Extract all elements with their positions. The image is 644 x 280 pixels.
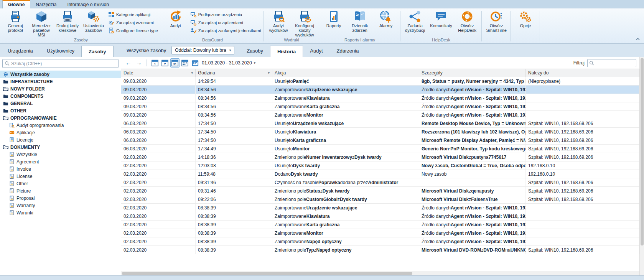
ribbon-button-configure-license-type[interactable]: Configure license type — [108, 28, 158, 34]
ribbon-button-raporty[interactable]: Raporty — [321, 9, 347, 37]
tree-item-audyt-oprogramowania[interactable]: Audyt oprogramowania — [0, 122, 121, 129]
subtab-audyt[interactable]: Audyt — [303, 45, 329, 57]
table-row[interactable]: 09.03.202008:34:56Zaimportowane Karta gr… — [121, 102, 639, 111]
column-header-nale-y-do[interactable]: Należy do — [526, 69, 639, 77]
cell-details — [419, 178, 526, 186]
tree-item-dokumenty[interactable]: DOKUMENTY — [0, 143, 121, 151]
vertical-scrollbar-thumb[interactable] — [641, 58, 644, 245]
doc-icon — [9, 188, 15, 194]
ribbon-button-otw-rz-helpdesk[interactable]: Otwórz HelpDesk — [454, 9, 480, 37]
tree-item-picture[interactable]: Picture — [0, 187, 121, 194]
ribbon-button-zarz-dzaj-zaufanymi-jednostkami[interactable]: Zarządzaj zaufanymi jednostkami — [190, 28, 261, 34]
tree-item-wszystkie[interactable]: Wszystkie — [0, 151, 121, 158]
date-range-chevron-down-icon[interactable]: ▾ — [254, 61, 256, 65]
vertical-scrollbar[interactable] — [639, 57, 644, 275]
tree-item-licencje[interactable]: Licencje — [0, 136, 121, 143]
ribbon-tab-narz-dzia[interactable]: Narzędzia — [30, 1, 62, 8]
table-row[interactable]: 02.03.202008:38:39Zmieniono pole Typ z N… — [121, 246, 639, 254]
table-row[interactable]: 02.03.202008:38:39Zaimportowane Karta gr… — [121, 221, 639, 229]
tree-item-proposal[interactable]: Proposal — [0, 194, 121, 202]
ribbon-tab-g-wne[interactable]: Główne — [2, 0, 30, 8]
tab-urz-dzenia[interactable]: Urządzenia — [1, 45, 40, 57]
tree-item-oprogramowanie[interactable]: OPROGRAMOWANIE — [0, 114, 121, 122]
subtab-zdarzenia[interactable]: Zdarzenia — [330, 45, 366, 57]
ribbon-button-konfiguruj-koszty-wydruk-w[interactable]: Konfiguruj koszty wydruków — [292, 9, 318, 37]
tree-item-warranty[interactable]: Warranty — [0, 202, 121, 209]
ribbon-button-otw-rz-smarttime[interactable]: Otwórz SmartTime — [483, 9, 509, 37]
ribbon-collapse-chevron[interactable] — [636, 36, 640, 42]
filter-input[interactable] — [596, 60, 634, 66]
calendar-custom-button[interactable] — [180, 58, 189, 68]
ribbon-button-komunikaty[interactable]: Komunikaty — [428, 9, 454, 37]
tree-item-warunki[interactable]: Warunki — [0, 209, 121, 216]
tab-zasoby[interactable]: Zasoby — [81, 46, 114, 57]
horizontal-scrollbar-thumb[interactable] — [122, 272, 412, 275]
table-row[interactable]: 02.03.202012:03:08Usunięto Dysk twardyNo… — [121, 161, 639, 170]
table-row[interactable]: 02.03.202014:18:36Zmieniono pole Numer i… — [121, 153, 639, 161]
branch-filter-dropdown[interactable]: Oddział: Dowolny lub bra ▾ — [171, 46, 234, 54]
tree-item-other[interactable]: OTHER — [0, 107, 121, 114]
calendar-day-button[interactable]: 1 — [150, 58, 160, 68]
forward-arrow-button[interactable]: → — [135, 59, 143, 66]
table-row[interactable]: 02.03.202008:38:39Zaimportowane MonitorŹ… — [121, 229, 639, 237]
table-row[interactable]: 02.03.202011:59:48Dodano Dysk twardyNowy… — [121, 170, 639, 178]
doc-icon — [9, 159, 15, 165]
tree-item-other[interactable]: Other — [0, 180, 121, 187]
tree-item-invoice[interactable]: Invoice — [0, 165, 121, 173]
ribbon-button-generuj-protok[interactable]: Generuj protokół — [2, 9, 28, 37]
calendar-range-icon — [191, 59, 199, 67]
table-row[interactable]: 09.03.202008:34:56Zaimportowane Urządzen… — [121, 86, 639, 94]
ribbon-button-ustawienia-zasob-w[interactable]: Ustawienia zasobów — [81, 9, 107, 37]
column-header-szczeg-y[interactable]: Szczegóły — [419, 69, 526, 77]
table-row[interactable]: 02.03.202008:38:39Zaimportowane Klawiatu… — [121, 212, 639, 221]
ribbon-button-pod-czone-urz-dzenia[interactable]: Podłączone urządzenia — [190, 12, 261, 18]
column-header-akcja[interactable]: Akcja — [272, 69, 419, 77]
ribbon-tab-informacje-o-nvision[interactable]: Informacje o nVision — [62, 1, 114, 8]
table-row[interactable]: 09.03.202014:29:54Usunięto Pamięć8gb, St… — [121, 77, 639, 86]
tree-item-aplikacje[interactable]: Aplikacje — [0, 129, 121, 136]
ribbon-button-dziennik-zdarze[interactable]: Dziennik zdarzeń — [347, 9, 373, 37]
tab-u-ytkownicy[interactable]: Użytkownicy — [40, 45, 81, 57]
ribbon-button-kategorie-aplikacji[interactable]: Kategorie aplikacji — [108, 12, 158, 18]
table-row[interactable]: 02.03.202009:22:06Zmieniono pole CustomG… — [121, 195, 639, 204]
tree-item-license[interactable]: License — [0, 173, 121, 180]
subtab-zasoby[interactable]: Zasoby — [240, 45, 270, 57]
ribbon-button-opcje[interactable]: Opcje — [512, 9, 539, 37]
column-header-date[interactable]: Date▾ — [121, 69, 196, 77]
table-row[interactable]: 02.03.202008:38:39Zaimportowane Napęd op… — [121, 237, 639, 246]
ribbon-button-zarz-dzaj-urz-dzeniami[interactable]: Zarządzaj urządzeniami — [190, 20, 261, 26]
back-arrow-button[interactable]: ← — [124, 59, 133, 66]
column-filter-chevron-down-icon[interactable]: ▾ — [189, 71, 193, 75]
table-row[interactable]: 06.03.202017:34:50Usunięto Karta graficz… — [121, 136, 639, 145]
calendar-month-button[interactable]: 31 — [170, 58, 180, 68]
ribbon-button-alarmy[interactable]: Alarmy — [373, 9, 399, 37]
tree-item-agreement[interactable]: Agreement — [0, 158, 121, 165]
table-row[interactable]: 02.03.202008:38:39Zaimportowane Urządzen… — [121, 204, 639, 212]
subtab-historia[interactable]: Historia — [270, 46, 303, 57]
ribbon-button-audyt-wydruk-w[interactable]: Audyt wydruków — [265, 9, 292, 37]
ribbon-button-audyt[interactable]: Audyt — [163, 9, 189, 37]
tree-item-wszystkie-zasoby[interactable]: Wszystkie zasoby — [0, 71, 121, 78]
search-input[interactable] — [11, 61, 116, 66]
table-row[interactable]: 02.03.202009:31:46Zmieniono pole Status … — [121, 187, 639, 195]
ribbon-button-drukuj-kody-kreskowe[interactable]: Drukuj kody kreskowe — [54, 9, 81, 37]
table-row[interactable]: 02.03.202009:31:46Czynność na zasobie Po… — [121, 178, 639, 187]
tree-item-general[interactable]: GENERAL — [0, 100, 121, 107]
tree-item-infrastructure[interactable]: INFRASTRUCTURE — [0, 78, 121, 85]
table-row[interactable]: 09.03.202008:34:56Zaimportowane Klawiatu… — [121, 94, 639, 102]
ribbon-button-zarz-dzaj-wzorcami[interactable]: Zarządzaj wzorcami — [108, 20, 158, 26]
calendar-week-button[interactable]: 7 — [160, 58, 170, 68]
ribbon-button-mened-er-pakiet-w-msi[interactable]: Menedżer pakietów MSI — [28, 9, 54, 37]
ribbon-button-zadania-dystrybucji[interactable]: Zadania dystrybucji — [402, 9, 428, 37]
cell-time: 12:03:08 — [196, 161, 272, 170]
tree-item-nowy-folder[interactable]: NOWY FOLDER — [0, 85, 121, 92]
column-filter-chevron-down-icon[interactable]: ▾ — [266, 71, 270, 75]
table-row[interactable]: 06.03.202017:34:50Usunięto KlawiaturaRoz… — [121, 128, 639, 136]
column-header-godzina[interactable]: Godzina▾ — [196, 69, 272, 77]
table-row[interactable]: 06.03.202017:34:49Usunięto MonitorGeneri… — [121, 145, 639, 153]
table-row[interactable]: 09.03.202008:34:56Zaimportowane MonitorŹ… — [121, 111, 639, 119]
tree-item-components[interactable]: COMPONENTS — [0, 92, 121, 100]
table-row[interactable]: 06.03.202017:34:50Usunięto Urządzenie ws… — [121, 119, 639, 128]
horizontal-scrollbar[interactable] — [121, 271, 639, 275]
date-range-selector[interactable]: 01.03.2020 - 31.03.2020 — [202, 60, 252, 66]
